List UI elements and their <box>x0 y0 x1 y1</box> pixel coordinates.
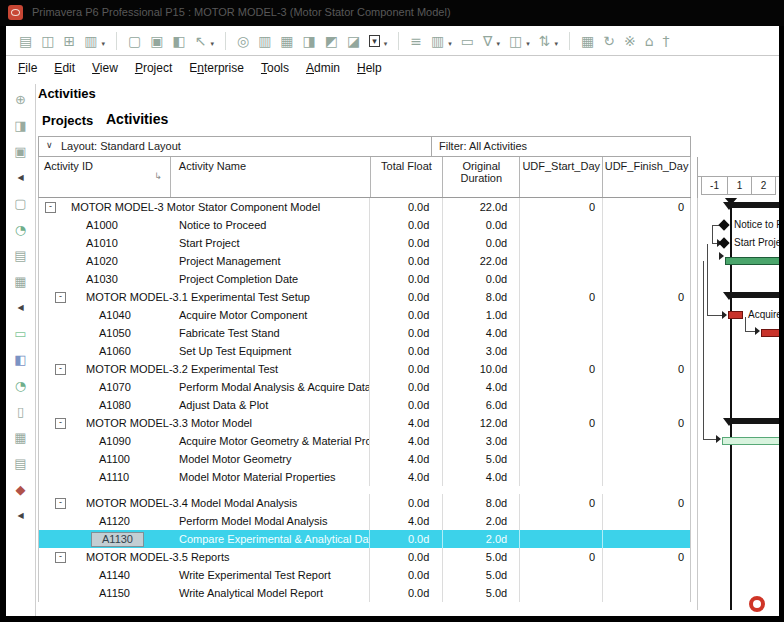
collapse-arrow-icon[interactable]: ◀ <box>17 508 23 523</box>
issues-icon[interactable]: ◆ <box>16 482 26 497</box>
copy-layout-icon[interactable]: ◨ <box>14 118 26 133</box>
add-icon[interactable]: ⊕ <box>15 92 26 107</box>
calendar-icon[interactable]: ▦ <box>14 430 26 445</box>
menu-admin[interactable]: Admin <box>306 61 340 75</box>
relationships-icon[interactable]: ◪ <box>347 33 360 49</box>
collapse-minus-icon[interactable]: - <box>45 202 56 213</box>
column-header-activity-name[interactable]: Activity Name <box>171 157 371 197</box>
roles-icon[interactable]: ◔ <box>15 378 26 393</box>
print-preview-icon[interactable]: ◫ <box>41 33 54 49</box>
assign-resource-icon[interactable]: ※ <box>624 33 636 49</box>
schedule-icon[interactable]: ▾ <box>369 35 380 47</box>
assign-cursor-icon[interactable]: ↖ <box>195 33 207 49</box>
menu-view[interactable]: View <box>92 61 118 75</box>
chevron-down-icon[interactable]: ∨ <box>46 140 53 150</box>
table-row[interactable]: A1090Acquire Motor Geometry & Material P… <box>39 432 690 450</box>
table-row[interactable]: A1060Set Up Test Equipment0.0d3.0d <box>39 342 690 360</box>
find-icon[interactable]: ◎ <box>237 33 249 49</box>
activity-id-edit-cell[interactable]: A1130 <box>91 532 144 547</box>
collapse-arrow-icon[interactable]: ◀ <box>17 300 23 315</box>
table-row[interactable]: A1020Project Management0.0d22.0d <box>39 252 690 270</box>
table-row[interactable]: A1070Perform Modal Analysis & Acquire Da… <box>39 378 690 396</box>
table-row[interactable]: -MOTOR MODEL-3 Motor Stator Component Mo… <box>39 198 690 216</box>
tracking-icon[interactable]: ▦ <box>14 274 26 289</box>
publish-icon[interactable]: ▥ <box>84 33 97 49</box>
table-row[interactable]: A1140Write Experimental Test Report0.0d5… <box>39 566 690 584</box>
table-row[interactable]: A1040Acquire Motor Component0.0d1.0d <box>39 306 690 324</box>
table-row[interactable]: A1010Start Project0.0d0.0d <box>39 234 690 252</box>
print-icon[interactable]: ▤ <box>19 33 32 49</box>
columns-icon[interactable]: ▥ <box>431 33 444 49</box>
layers-icon[interactable]: ◧ <box>14 352 26 367</box>
timescale-cell[interactable]: 2 <box>752 176 776 195</box>
details-icon[interactable]: ▣ <box>150 33 163 49</box>
spreadsheet-icon[interactable]: ▦ <box>581 33 594 49</box>
filter-icon[interactable]: ∇ <box>483 33 492 49</box>
dropdown-caret-icon[interactable]: ▾ <box>526 40 530 49</box>
timescale-cell[interactable]: -1 <box>701 176 728 195</box>
gantt-timescale[interactable]: -112 <box>697 157 779 198</box>
activity-details-icon[interactable]: ▭ <box>461 33 474 49</box>
table-row[interactable]: A1080Adjust Data & Plot0.0d6.0d <box>39 396 690 414</box>
dropdown-caret-icon[interactable]: ▾ <box>448 40 452 49</box>
menu-edit[interactable]: Edit <box>54 61 75 75</box>
table-row[interactable]: A1100Model Motor Geometry4.0d5.0d <box>39 450 690 468</box>
sort-icon[interactable]: ⇅ <box>539 33 551 49</box>
dropdown-caret-icon[interactable]: ▾ <box>101 40 105 49</box>
table-row[interactable]: A1150Write Analytical Model Report0.0d5.… <box>39 584 690 602</box>
menu-project[interactable]: Project <box>135 61 172 75</box>
wizard-icon[interactable]: ◧ <box>172 33 185 49</box>
milestone-diamond[interactable] <box>718 219 729 230</box>
collapse-minus-icon[interactable]: - <box>55 418 66 429</box>
collapse-arrow-icon[interactable]: ◀ <box>17 170 23 185</box>
column-header-activity-id[interactable]: Activity ID ↳ <box>39 157 171 197</box>
frame-icon[interactable]: ▢ <box>14 196 26 211</box>
column-header-original-duration[interactable]: Original Duration <box>443 157 520 197</box>
task-bar[interactable] <box>761 329 779 337</box>
layout-bar[interactable]: ∨ Layout: Standard Layout Filter: All Ac… <box>38 136 691 157</box>
table-row[interactable]: -MOTOR MODEL-3.3 Motor Model4.0d12.0d00 <box>39 414 690 432</box>
table-row[interactable]: -MOTOR MODEL-3.5 Reports0.0d5.0d00 <box>39 548 690 566</box>
wbs-icon[interactable]: ▭ <box>14 326 26 341</box>
table-row[interactable]: -MOTOR MODEL-3.1 Experimental Test Setup… <box>39 288 690 306</box>
page-setup-icon[interactable]: ⊞ <box>63 33 75 49</box>
collapse-minus-icon[interactable]: - <box>55 552 66 563</box>
table-row[interactable]: A1050Fabricate Test Stand0.0d4.0d <box>39 324 690 342</box>
task-bar[interactable] <box>725 257 779 265</box>
table-row[interactable]: -MOTOR MODEL-3.4 Model Modal Analysis0.0… <box>39 494 690 512</box>
table-row[interactable]: A1000Notice to Proceed0.0d0.0d <box>39 216 690 234</box>
dropdown-caret-icon[interactable]: ▾ <box>554 40 558 49</box>
column-header-udf-start-day[interactable]: UDF_Start_Day <box>520 157 603 197</box>
refresh-icon[interactable]: ↻ <box>603 33 615 49</box>
paste-layout-icon[interactable]: ▣ <box>14 144 26 159</box>
group-sort-icon[interactable]: ≡ <box>410 33 422 49</box>
column-header-total-float[interactable]: Total Float <box>371 157 444 197</box>
summary-bar[interactable] <box>729 418 779 424</box>
summary-bar[interactable] <box>729 292 779 298</box>
table-row[interactable]: A1130Compare Experimental & Analytical D… <box>39 530 690 548</box>
summary-bar[interactable] <box>729 202 779 208</box>
dropdown-caret-icon[interactable]: ▾ <box>496 40 500 49</box>
table-row[interactable]: A1120Perform Model Modal Analysis4.0d2.0… <box>39 512 690 530</box>
trace-logic-icon[interactable]: † <box>663 33 670 49</box>
table-row[interactable]: -MOTOR MODEL-3.2 Experimental Test0.0d10… <box>39 360 690 378</box>
home-icon[interactable]: ⌂ <box>645 33 654 49</box>
timescale-cell[interactable]: 1 <box>728 176 752 195</box>
collapse-minus-icon[interactable]: - <box>55 364 66 375</box>
new-window-icon[interactable]: ▢ <box>128 33 141 49</box>
table-row[interactable]: A1030Project Completion Date0.0d0.0d <box>39 270 690 288</box>
paste-icon[interactable]: ◩ <box>325 33 338 49</box>
column-header-udf-finish-day[interactable]: UDF_Finish_Day <box>603 157 691 197</box>
task-bar[interactable] <box>722 437 779 445</box>
table-row[interactable]: A1110Model Motor Material Properties4.0d… <box>39 468 690 486</box>
document-icon[interactable]: ▯ <box>17 404 24 419</box>
reports-icon[interactable]: ▦ <box>280 33 293 49</box>
tab-activities[interactable]: Activities <box>106 111 168 127</box>
resources-panel-icon[interactable]: ◔ <box>15 222 26 237</box>
layout-icon[interactable]: ◫ <box>509 33 522 49</box>
grid-icon[interactable]: ▤ <box>14 456 26 471</box>
tab-projects[interactable]: Projects <box>42 113 93 128</box>
menu-tools[interactable]: Tools <box>261 61 289 75</box>
menu-file[interactable]: File <box>18 61 37 75</box>
collapse-minus-icon[interactable]: - <box>55 498 66 509</box>
